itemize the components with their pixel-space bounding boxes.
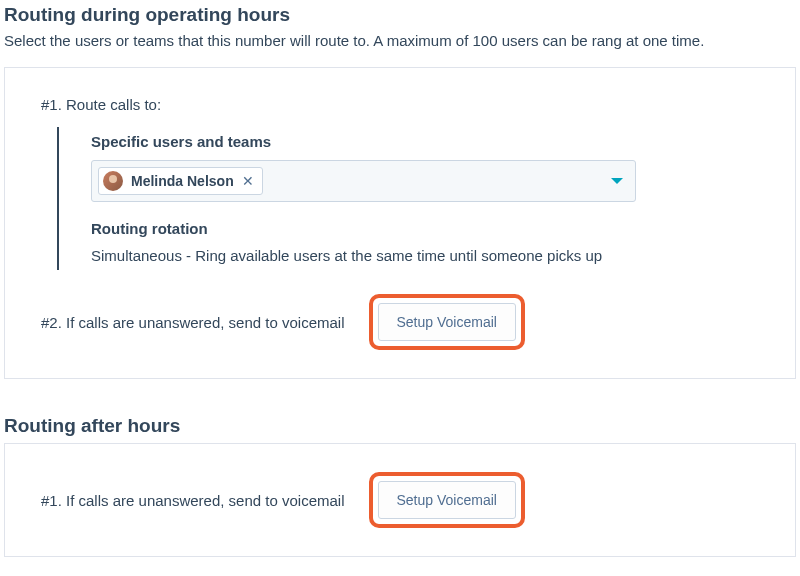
dropdown-caret-icon[interactable] xyxy=(611,178,623,184)
user-team-select[interactable]: Melinda Nelson ✕ xyxy=(91,160,636,202)
after-hours-card: #1. If calls are unanswered, send to voi… xyxy=(4,443,796,557)
setup-voicemail-button[interactable]: Setup Voicemail xyxy=(378,303,516,341)
operating-hours-title: Routing during operating hours xyxy=(4,4,796,26)
route-config-block: Specific users and teams Melinda Nelson … xyxy=(57,127,767,270)
highlight-box: Setup Voicemail xyxy=(369,294,525,350)
user-chip: Melinda Nelson ✕ xyxy=(98,167,263,195)
operating-hours-description: Select the users or teams that this numb… xyxy=(4,32,796,49)
avatar xyxy=(103,171,123,191)
step2-voicemail: #2. If calls are unanswered, send to voi… xyxy=(41,294,767,350)
operating-hours-card: #1. Route calls to: Specific users and t… xyxy=(4,67,796,379)
routing-rotation-heading: Routing rotation xyxy=(91,220,767,237)
after-step1-label: #1. If calls are unanswered, send to voi… xyxy=(41,492,345,509)
highlight-box: Setup Voicemail xyxy=(369,472,525,528)
step1-route-calls: #1. Route calls to: xyxy=(41,96,767,113)
routing-rotation-text: Simultaneous - Ring available users at t… xyxy=(91,247,767,264)
specific-users-heading: Specific users and teams xyxy=(91,133,767,150)
step1-label: #1. Route calls to: xyxy=(41,96,161,113)
setup-voicemail-button-after[interactable]: Setup Voicemail xyxy=(378,481,516,519)
remove-user-icon[interactable]: ✕ xyxy=(242,173,254,189)
step2-label: #2. If calls are unanswered, send to voi… xyxy=(41,314,345,331)
after-step1-voicemail: #1. If calls are unanswered, send to voi… xyxy=(41,472,767,528)
user-chip-name: Melinda Nelson xyxy=(131,173,234,189)
after-hours-title: Routing after hours xyxy=(4,415,796,437)
